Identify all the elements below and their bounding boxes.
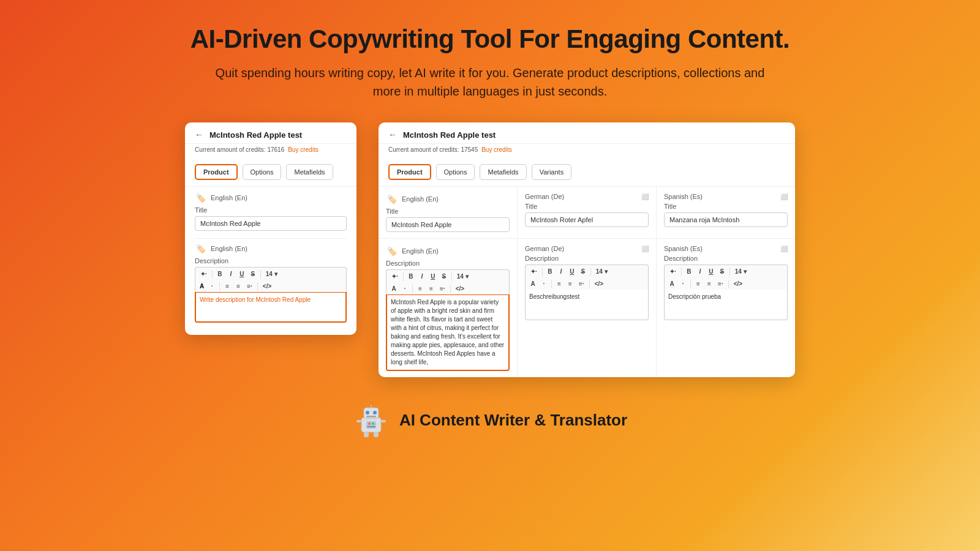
tb-es-italic[interactable]: I bbox=[695, 267, 705, 276]
editor-area-right-de[interactable]: Beschreibungstest bbox=[525, 290, 649, 320]
editor-toolbar-right-en-2: A · ≡ ≡ ≡· </> bbox=[386, 283, 510, 294]
tb-en-emoji[interactable]: ✦· bbox=[389, 272, 401, 281]
title-input-right-es[interactable] bbox=[664, 212, 788, 227]
tb-en-under[interactable]: U bbox=[428, 272, 438, 281]
tb-es-code[interactable]: </> bbox=[731, 279, 745, 288]
buy-credits-left[interactable]: Buy credits bbox=[288, 146, 318, 153]
tb-es-color[interactable]: A bbox=[667, 279, 677, 288]
back-arrow-right[interactable]: ← bbox=[388, 130, 397, 140]
svg-rect-7 bbox=[364, 432, 369, 437]
copy-icon-es-title[interactable]: ⬜ bbox=[780, 193, 788, 200]
toolbar-dropdown-btn[interactable]: · bbox=[207, 282, 217, 291]
tb-es-cdrop[interactable]: · bbox=[678, 279, 688, 288]
lang-label-right-es: Spanish (Es) bbox=[664, 193, 703, 200]
tb-sep2 bbox=[451, 272, 452, 281]
toolbar-olist-btn[interactable]: ≡ bbox=[233, 282, 243, 291]
tab-metafields-right[interactable]: Metafields bbox=[480, 164, 526, 180]
copy-icon-de-title[interactable]: ⬜ bbox=[641, 193, 649, 200]
tb-es-bold[interactable]: B bbox=[684, 267, 694, 276]
title-label-right-en: Title bbox=[386, 208, 510, 215]
tb-es-emoji[interactable]: ✦· bbox=[667, 267, 679, 276]
tb-en-color[interactable]: A bbox=[389, 284, 399, 293]
tab-metafields-left[interactable]: Metafields bbox=[286, 164, 333, 180]
tabs-row-left: Product Options Metafields bbox=[185, 158, 356, 187]
lang-label-right-en: English (En) bbox=[402, 195, 439, 203]
editor-toolbar-right-de-1: ✦· B I U S 14 ▾ bbox=[525, 264, 649, 278]
toolbar-underline-btn[interactable]: U bbox=[237, 269, 247, 279]
title-input-left[interactable] bbox=[195, 216, 347, 231]
tb-de-align[interactable]: ≡· bbox=[576, 279, 587, 288]
tb-de-italic[interactable]: I bbox=[556, 267, 566, 276]
tb-en-ol[interactable]: ≡ bbox=[426, 284, 436, 293]
desc-columns-area: 🏷️ English (En) Description ✦· B I U S 1… bbox=[379, 239, 795, 377]
lang-label-desc-right-de: German (De) bbox=[525, 245, 564, 252]
tb-en-ul[interactable]: ≡ bbox=[415, 284, 425, 293]
tab-product-right[interactable]: Product bbox=[388, 164, 431, 180]
tab-options-right[interactable]: Options bbox=[436, 164, 475, 180]
editor-area-left[interactable]: Write description for McIntosh Red Apple bbox=[195, 292, 347, 323]
tb-es-align[interactable]: ≡· bbox=[715, 279, 726, 288]
toolbar-strike-btn[interactable]: S bbox=[248, 269, 258, 279]
svg-point-12 bbox=[368, 422, 371, 425]
toolbar-code-btn[interactable]: </> bbox=[260, 282, 274, 291]
tb-es-strike[interactable]: S bbox=[717, 267, 727, 276]
title-input-right-de[interactable] bbox=[525, 212, 649, 227]
tb-de-under[interactable]: U bbox=[567, 267, 577, 276]
tb-de-emoji[interactable]: ✦· bbox=[528, 267, 540, 276]
tb-en-italic[interactable]: I bbox=[417, 272, 427, 281]
copy-icon-de-desc[interactable]: ⬜ bbox=[641, 246, 649, 252]
tb-en-strike[interactable]: S bbox=[439, 272, 449, 281]
desc-label-left: Description bbox=[195, 257, 347, 264]
tb-es-ul[interactable]: ≡ bbox=[693, 279, 703, 288]
tb-en-bold[interactable]: B bbox=[406, 272, 416, 281]
toolbar-align-btn[interactable]: ≡· bbox=[244, 282, 255, 291]
toolbar-emoji-btn[interactable]: ✦· bbox=[198, 269, 209, 279]
tb-es-under[interactable]: U bbox=[706, 267, 716, 276]
toolbar-italic-btn[interactable]: I bbox=[226, 269, 236, 279]
tb-de-cdrop[interactable]: · bbox=[539, 279, 549, 288]
hero-title: AI-Driven Copywriting Tool For Engaging … bbox=[190, 24, 790, 54]
tb-de-ul[interactable]: ≡ bbox=[554, 279, 564, 288]
tb-es-size[interactable]: 14 ▾ bbox=[733, 267, 749, 276]
tb-de-color[interactable]: A bbox=[528, 279, 538, 288]
copy-icon-es-desc[interactable]: ⬜ bbox=[780, 246, 788, 252]
toolbar-size-btn[interactable]: 14 ▾ bbox=[263, 269, 280, 279]
tb-en-size[interactable]: 14 ▾ bbox=[454, 272, 471, 281]
tb-de-size[interactable]: 14 ▾ bbox=[594, 267, 610, 276]
tb-de-strike[interactable]: S bbox=[578, 267, 588, 276]
tab-variants-right[interactable]: Variants bbox=[532, 164, 572, 180]
tab-options-left[interactable]: Options bbox=[243, 164, 282, 180]
desc-text-de: Beschreibungstest bbox=[529, 293, 579, 300]
svg-rect-14 bbox=[367, 426, 375, 427]
toolbar-bold-btn[interactable]: B bbox=[215, 269, 225, 279]
tb-en-align[interactable]: ≡· bbox=[437, 284, 448, 293]
screenshots-row: ← McIntosh Red Apple test Current amount… bbox=[185, 122, 795, 377]
svg-point-13 bbox=[372, 422, 374, 425]
editor-area-right-en[interactable]: McIntosh Red Apple is a popular variety … bbox=[386, 294, 510, 371]
toolbar-sep-4 bbox=[257, 282, 258, 291]
divider-left bbox=[195, 238, 347, 239]
lang-label-left: English (En) bbox=[211, 194, 247, 201]
lang-label-right-de: German (De) bbox=[525, 193, 564, 200]
back-arrow-left[interactable]: ← bbox=[195, 130, 203, 140]
editor-toolbar-left-1: ✦· B I U S 14 ▾ bbox=[195, 267, 347, 280]
tb-de-bold[interactable]: B bbox=[545, 267, 555, 276]
tab-product-left[interactable]: Product bbox=[195, 164, 238, 180]
buy-credits-right[interactable]: Buy credits bbox=[481, 146, 511, 153]
editor-area-right-es[interactable]: Descripción prueba bbox=[664, 290, 788, 320]
title-col-en-header: 🏷️ English (En) bbox=[386, 193, 510, 205]
desc-label-right-de: Description bbox=[525, 255, 649, 262]
tabs-row-right: Product Options Metafields Variants bbox=[379, 158, 795, 187]
toolbar-color-btn[interactable]: A bbox=[198, 282, 206, 291]
toolbar-list-btn[interactable]: ≡ bbox=[222, 282, 232, 291]
title-input-right-en[interactable] bbox=[386, 217, 510, 232]
tb-de-ol[interactable]: ≡ bbox=[565, 279, 575, 288]
tb-sep bbox=[403, 272, 404, 281]
footer: AI Content Writer & Translator bbox=[353, 402, 627, 438]
lang-label-desc-right-es: Spanish (Es) bbox=[664, 245, 703, 252]
tb-de-code[interactable]: </> bbox=[592, 279, 606, 288]
tb-en-cdrop[interactable]: · bbox=[400, 284, 410, 293]
tb-es-ol[interactable]: ≡ bbox=[704, 279, 714, 288]
tb-en-code[interactable]: </> bbox=[453, 284, 467, 293]
desc-label-right-es: Description bbox=[664, 255, 788, 262]
